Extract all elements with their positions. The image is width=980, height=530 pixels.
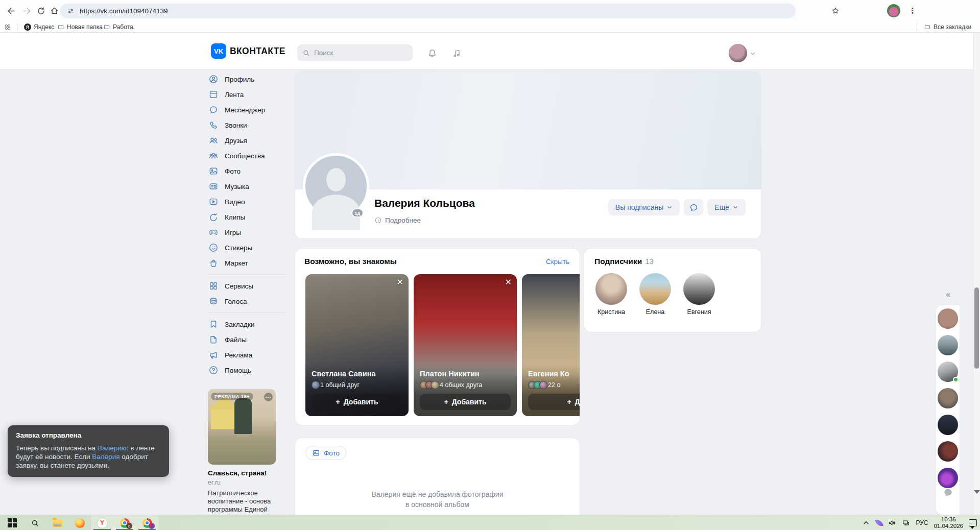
action-center-icon[interactable] bbox=[969, 519, 977, 526]
avatar[interactable] bbox=[595, 273, 627, 305]
sidebar-item-clips[interactable]: Клипы bbox=[208, 209, 286, 225]
sidebar-item-feed[interactable]: Лента bbox=[208, 87, 286, 102]
scrollbar-thumb[interactable] bbox=[974, 287, 979, 369]
home-button[interactable] bbox=[48, 5, 60, 17]
close-icon[interactable]: ✕ bbox=[397, 277, 403, 287]
suggestion-info: Платон Никитин 4 общих друга +Добавить bbox=[414, 365, 517, 416]
browser-profile-avatar[interactable] bbox=[887, 4, 900, 17]
volume-icon[interactable] bbox=[888, 519, 896, 527]
sidebar-item-calls[interactable]: Звонки bbox=[208, 117, 286, 133]
sidebar-item-files[interactable]: Файлы bbox=[208, 332, 286, 347]
chat-avatar[interactable] bbox=[938, 415, 958, 435]
subscribed-button[interactable]: Вы подписаны bbox=[608, 199, 680, 215]
taskbar-icons: Y 0 bbox=[1, 515, 158, 530]
sidebar-item-ads[interactable]: Реклама bbox=[208, 347, 286, 363]
divider bbox=[917, 23, 917, 31]
messenger-bubble-icon[interactable] bbox=[943, 488, 953, 497]
follower-item[interactable]: Евгения bbox=[681, 273, 717, 316]
vk-wordmark[interactable]: ВКОНТАКТЕ bbox=[230, 46, 285, 57]
sidebar-item-games[interactable]: Игры bbox=[208, 225, 286, 240]
suggestion-card[interactable]: ✕ Платон Никитин 4 общих друга +Добавить bbox=[414, 274, 517, 416]
sidebar-item-photos[interactable]: Фото bbox=[208, 163, 286, 179]
yandex-browser-button[interactable]: Y bbox=[91, 515, 113, 530]
refresh-button[interactable] bbox=[35, 5, 47, 17]
toast-profile-link[interactable]: Валерия bbox=[92, 453, 119, 461]
sidebar-item-market[interactable]: Маркет bbox=[208, 255, 286, 271]
sidebar-item-help[interactable]: Помощь bbox=[208, 363, 286, 378]
sidebar-item-video[interactable]: Видео bbox=[208, 194, 286, 209]
chat-avatar[interactable] bbox=[938, 308, 958, 329]
apps-grid-icon[interactable] bbox=[4, 23, 11, 31]
feather-app-icon[interactable] bbox=[875, 518, 883, 527]
sidebar-item-bookmarks[interactable]: Закладки bbox=[208, 317, 286, 332]
chrome-profile2-button[interactable] bbox=[136, 515, 158, 530]
profile-icon bbox=[208, 74, 219, 84]
forward-button[interactable] bbox=[20, 5, 33, 17]
chat-avatar[interactable] bbox=[938, 388, 958, 408]
sidebar-item-music[interactable]: Музыка bbox=[208, 179, 286, 194]
follower-item[interactable]: Кристина bbox=[593, 273, 629, 316]
all-bookmarks-button[interactable]: Все закладки bbox=[924, 21, 971, 33]
ad-image[interactable]: РЕКЛАМА 18+ ••• bbox=[208, 389, 276, 465]
close-icon[interactable]: ✕ bbox=[505, 277, 512, 287]
scrollbar-down-arrow[interactable] bbox=[974, 490, 980, 494]
start-button[interactable] bbox=[1, 515, 23, 530]
profile-details-link[interactable]: Подробнее bbox=[374, 216, 421, 224]
more-button[interactable]: Ещё bbox=[707, 199, 746, 215]
suggestion-card[interactable]: ✕ Светлана Савина 1 общий друг +Добавить bbox=[305, 274, 409, 416]
clock[interactable]: 10:36 01.04.2026 bbox=[934, 516, 963, 529]
ad-domain[interactable]: er.ru bbox=[208, 479, 279, 486]
add-friend-button[interactable]: +Д bbox=[528, 394, 580, 410]
sidebar-item-stickers[interactable]: Стикеры bbox=[208, 240, 286, 255]
sidebar-item-votes[interactable]: Голоса bbox=[208, 294, 286, 309]
suggestion-name: Евгения Ко bbox=[528, 370, 580, 378]
follower-item[interactable]: Елена bbox=[637, 273, 673, 316]
search-input[interactable] bbox=[314, 49, 401, 57]
toast-profile-link[interactable]: Валерию bbox=[98, 444, 127, 452]
sidebar-item-communities[interactable]: Сообщества bbox=[208, 148, 286, 163]
firefox-button[interactable] bbox=[68, 515, 91, 530]
hide-link[interactable]: Скрыть bbox=[546, 258, 569, 266]
suggestion-card[interactable]: ✕ Евгения Ко 22 о +Д bbox=[522, 274, 580, 416]
yandex-icon: Я bbox=[24, 23, 31, 31]
sidebar-item-messenger[interactable]: Мессенджер bbox=[208, 102, 286, 117]
vk-search[interactable] bbox=[297, 44, 413, 61]
sticker-icon bbox=[208, 243, 219, 253]
chat-avatar[interactable] bbox=[938, 362, 958, 382]
add-friend-button[interactable]: +Добавить bbox=[420, 394, 511, 410]
chrome-button[interactable]: 0 bbox=[113, 515, 136, 530]
address-bar[interactable]: https://vk.com/id1094074139 bbox=[60, 4, 796, 18]
language-indicator[interactable]: РУС bbox=[916, 519, 928, 526]
bookmark-folder-work[interactable]: Работа. bbox=[103, 21, 135, 33]
message-button[interactable] bbox=[684, 199, 703, 215]
bookmark-folder-new[interactable]: Новая папка bbox=[57, 21, 103, 33]
avatar[interactable] bbox=[639, 273, 671, 305]
sidebar-item-services[interactable]: Сервисы bbox=[208, 278, 286, 294]
vk-logo-icon[interactable]: VK bbox=[211, 43, 226, 59]
sidebar-item-friends[interactable]: Друзья bbox=[208, 133, 286, 148]
notifications-bell-icon[interactable] bbox=[427, 48, 438, 59]
ad-title[interactable]: Славься, страна! bbox=[208, 469, 279, 477]
collapse-strip-icon[interactable]: « bbox=[946, 290, 950, 300]
music-icon[interactable] bbox=[451, 48, 462, 59]
page-scrollbar[interactable] bbox=[973, 33, 980, 515]
avatar[interactable] bbox=[683, 273, 715, 305]
chat-avatar[interactable] bbox=[938, 468, 958, 488]
taskbar-search-button[interactable] bbox=[23, 515, 46, 530]
chevron-down-icon[interactable] bbox=[750, 51, 756, 57]
tray-chevron-up-icon[interactable] bbox=[862, 519, 870, 527]
network-icon[interactable] bbox=[902, 519, 910, 527]
add-friend-button[interactable]: +Добавить bbox=[312, 394, 402, 410]
back-button[interactable] bbox=[5, 5, 17, 17]
sidebar-ad[interactable]: РЕКЛАМА 18+ ••• Славься, страна! er.ru П… bbox=[208, 389, 279, 514]
chat-avatar[interactable] bbox=[938, 335, 958, 355]
browser-menu-icon[interactable]: ⋮ bbox=[909, 4, 917, 17]
vk-account-avatar[interactable] bbox=[729, 44, 747, 62]
ad-menu-icon[interactable]: ••• bbox=[264, 393, 273, 401]
bookmark-yandex[interactable]: Я Яндекс bbox=[24, 21, 54, 33]
sidebar-item-profile[interactable]: Профиль bbox=[208, 71, 286, 87]
chat-avatar[interactable] bbox=[938, 441, 958, 462]
file-explorer-button[interactable] bbox=[46, 515, 68, 530]
photos-tab-button[interactable]: Фото bbox=[305, 446, 346, 460]
bookmark-star-icon[interactable] bbox=[829, 5, 842, 17]
